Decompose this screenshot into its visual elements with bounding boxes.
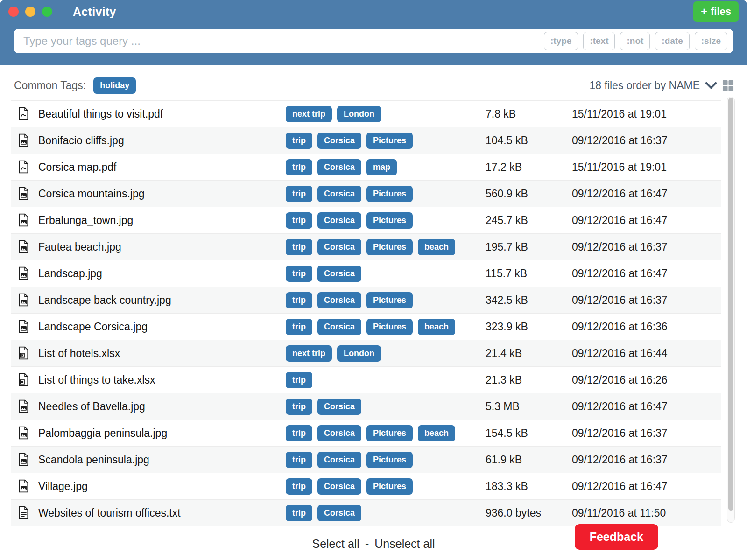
tag-badge[interactable]: Corsica [317, 425, 361, 441]
file-row[interactable]: Fautea beach.jpgtripCorsicaPicturesbeach… [11, 234, 721, 260]
search-box: :type:text:not:date:size [14, 29, 733, 53]
file-name: Landscape back country.jpg [38, 294, 286, 307]
file-date: 15/11/2016 at 19:01 [572, 161, 721, 174]
file-tags: tripCorsicaPictures [286, 292, 486, 308]
app-title: Activity [73, 5, 116, 19]
tag-badge[interactable]: Pictures [366, 212, 413, 229]
tag-badge[interactable]: beach [418, 425, 455, 441]
file-row[interactable]: Corsica map.pdftripCorsicamap17.2 kB15/1… [11, 154, 721, 181]
file-row[interactable]: List of things to take.xlsxtrip21.3 kB09… [11, 367, 721, 393]
tag-badge[interactable]: Corsica [317, 319, 361, 335]
file-row[interactable]: Corsica mountains.jpgtripCorsicaPictures… [11, 181, 721, 207]
file-name: Bonifacio cliffs.jpg [38, 134, 286, 147]
tag-badge[interactable]: Corsica [317, 399, 361, 415]
tag-badge[interactable]: Corsica [317, 292, 361, 308]
tag-badge[interactable]: Corsica [317, 452, 361, 468]
tag-badge[interactable]: Corsica [317, 212, 361, 229]
file-size: 183.3 kB [486, 480, 572, 493]
file-size: 195.7 kB [486, 241, 572, 253]
tag-badge[interactable]: trip [286, 133, 312, 149]
tag-badge[interactable]: trip [286, 319, 312, 335]
scrollbar[interactable] [727, 97, 735, 523]
filter-text-button[interactable]: :text [583, 32, 615, 50]
filter-not-button[interactable]: :not [620, 32, 650, 50]
zoom-button[interactable] [42, 7, 52, 17]
tag-badge[interactable]: trip [286, 239, 312, 255]
tag-badge[interactable]: Pictures [366, 292, 413, 308]
tag-badge[interactable]: Pictures [366, 478, 413, 495]
tag-badge[interactable]: beach [418, 319, 455, 335]
tag-badge[interactable]: Corsica [317, 133, 361, 149]
pdf-file-icon [11, 107, 38, 121]
file-row[interactable]: Landscape Corsica.jpgtripCorsicaPictures… [11, 314, 721, 340]
tag-badge[interactable]: trip [286, 478, 312, 495]
filter-size-button[interactable]: :size [695, 32, 727, 50]
search-input[interactable] [23, 35, 539, 48]
tag-badge[interactable]: Corsica [317, 478, 361, 495]
file-size: 342.5 kB [486, 294, 572, 307]
tag-badge[interactable]: trip [286, 452, 312, 468]
tag-badge[interactable]: trip [286, 292, 312, 308]
minimize-button[interactable] [25, 7, 35, 17]
grid-view-icon[interactable] [722, 80, 734, 91]
tag-badge[interactable]: Corsica [317, 159, 361, 175]
file-row[interactable]: Needles of Bavella.jpgtripCorsica5.3 MB0… [11, 393, 721, 420]
scrollbar-thumb[interactable] [728, 98, 733, 511]
add-files-button[interactable]: + files [693, 1, 739, 22]
unselect-all-link[interactable]: Unselect all [374, 537, 435, 551]
tag-badge[interactable]: Corsica [317, 505, 361, 521]
filter-type-button[interactable]: :type [544, 32, 578, 50]
tag-badge[interactable]: Pictures [366, 186, 413, 202]
tag-badge[interactable]: Pictures [366, 133, 413, 149]
add-files-label: files [711, 6, 731, 18]
tag-badge[interactable]: London [337, 106, 381, 122]
tag-badge[interactable]: Pictures [366, 319, 413, 335]
feedback-button[interactable]: Feedback [575, 524, 658, 550]
tag-badge[interactable]: Corsica [317, 239, 361, 255]
tag-badge[interactable]: trip [286, 212, 312, 229]
tag-badge[interactable]: trip [286, 159, 312, 175]
file-row[interactable]: Erbalunga_town.jpgtripCorsicaPictures245… [11, 207, 721, 234]
filter-date-button[interactable]: :date [655, 32, 689, 50]
file-date: 09/12/2016 at 16:47 [572, 188, 721, 200]
tag-badge[interactable]: Corsica [317, 186, 361, 202]
tag-badge[interactable]: trip [286, 266, 312, 282]
file-row[interactable]: Landscape back country.jpgtripCorsicaPic… [11, 287, 721, 314]
xlsx-file-icon [11, 346, 38, 360]
file-tags: tripCorsicaPictures [286, 133, 486, 149]
tag-badge[interactable]: trip [286, 186, 312, 202]
file-row[interactable]: Beautiful things to visit.pdfnext tripLo… [11, 101, 721, 127]
select-all-link[interactable]: Select all [312, 537, 359, 551]
file-size: 5.3 MB [486, 400, 572, 413]
tag-badge[interactable]: trip [286, 399, 312, 415]
file-row[interactable]: Scandola peninsula.jpgtripCorsicaPicture… [11, 447, 721, 473]
file-size: 245.7 kB [486, 214, 572, 227]
file-row[interactable]: Village.jpgtripCorsicaPictures183.3 kB09… [11, 473, 721, 500]
file-row[interactable]: Bonifacio cliffs.jpgtripCorsicaPictures1… [11, 127, 721, 154]
close-button[interactable] [8, 7, 19, 17]
file-row[interactable]: Websites of tourism offices.txttripCorsi… [11, 500, 721, 526]
tag-badge[interactable]: beach [418, 239, 455, 255]
file-row[interactable]: Palombaggia peninsula.jpgtripCorsicaPict… [11, 420, 721, 447]
tag-badge[interactable]: Pictures [366, 425, 413, 441]
sort-order-control[interactable]: 18 files order by NAME [590, 79, 734, 92]
tag-badge[interactable]: Pictures [366, 452, 413, 468]
tag-badge[interactable]: next trip [286, 106, 332, 122]
image-file-icon [11, 293, 38, 307]
file-size: 154.5 kB [486, 427, 572, 440]
tag-badge[interactable]: Pictures [366, 239, 413, 255]
tag-badge[interactable]: trip [286, 372, 312, 388]
file-name: List of hotels.xlsx [38, 347, 286, 360]
tag-badge[interactable]: Corsica [317, 266, 361, 282]
tag-badge[interactable]: trip [286, 505, 312, 521]
tag-badge[interactable]: trip [286, 425, 312, 441]
file-row[interactable]: List of hotels.xlsxnext tripLondon21.4 k… [11, 340, 721, 367]
tag-badge[interactable]: next trip [286, 345, 332, 362]
file-tags: tripCorsicaPictures [286, 186, 486, 202]
file-row[interactable]: Landscap.jpgtripCorsica115.7 kB09/12/201… [11, 260, 721, 287]
common-tag-holiday[interactable]: holiday [93, 77, 136, 94]
tag-badge[interactable]: London [337, 345, 381, 362]
tag-badge[interactable]: map [366, 159, 397, 175]
chevron-down-icon[interactable] [705, 82, 717, 89]
image-file-icon [11, 399, 38, 413]
